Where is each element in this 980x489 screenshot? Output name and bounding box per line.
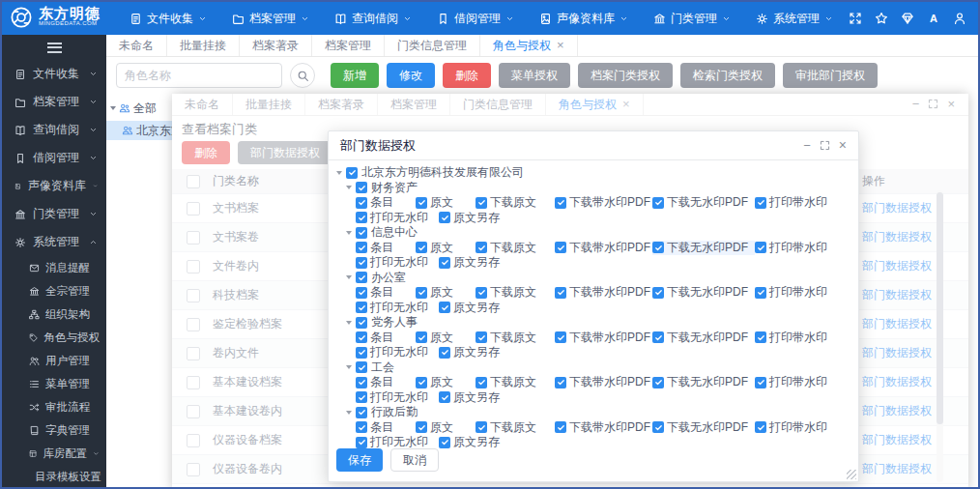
permission-item[interactable]: 条目 [356,331,416,346]
permission-item[interactable]: 下载原文 [476,195,555,211]
top-menu-item-6[interactable]: 系统管理 [756,11,833,27]
checkbox-checked-icon[interactable] [652,377,664,388]
dept-node-3[interactable]: 党务人事 [346,315,850,331]
checkbox-checked-icon[interactable] [356,361,367,373]
permission-item[interactable]: 条目 [356,420,416,436]
permission-item[interactable]: 条目 [356,195,416,211]
permission-item[interactable]: 下载原文 [476,241,555,256]
checkbox-checked-icon[interactable] [356,287,367,299]
checkbox-checked-icon[interactable] [356,377,367,388]
tree-node-all[interactable]: 全部 [106,99,172,118]
minimize-icon[interactable]: − [803,140,811,151]
toolbar-button-4[interactable]: 档案门类授权 [578,63,673,88]
sidebar-subitem-4[interactable]: 用户管理 [2,349,106,372]
dept-node-0[interactable]: 财务资产 [346,181,850,196]
checkbox-checked-icon[interactable] [416,331,427,343]
checkbox-checked-icon[interactable] [439,302,450,313]
checkbox-checked-icon[interactable] [356,272,367,283]
permission-item[interactable]: 打印带水印 [755,285,838,301]
top-menu-item-1[interactable]: 档案管理 [232,11,309,27]
permission-item[interactable]: 打印无水印 [356,255,439,271]
checkbox-checked-icon[interactable] [439,391,450,403]
toolbar-button-3[interactable]: 菜单授权 [499,63,570,88]
sidebar-subitem-9[interactable]: 目录模板设置 [2,465,106,488]
permission-item[interactable]: 下载带水印PDF [555,241,652,256]
menu-toggle-icon[interactable] [2,35,106,60]
caret-down-icon[interactable] [110,106,116,110]
sidebar-subitem-8[interactable]: 库房配置 [2,442,106,465]
permission-item[interactable]: 原文另存 [439,301,500,316]
sidebar-item-5[interactable]: 门类管理 [2,200,106,228]
permission-item[interactable]: 打印无水印 [356,345,439,360]
tree-node-company[interactable]: 北京东方明德科技发展有限公司 [106,121,172,140]
dept-node-2[interactable]: 办公室 [346,271,850,286]
top-menu-item-2[interactable]: 查询借阅 [334,11,412,27]
dept-node-1[interactable]: 信息中心 [346,225,850,241]
permission-item[interactable]: 下载原文 [476,420,555,436]
checkbox-checked-icon[interactable] [356,182,367,193]
permission-item[interactable]: 下载带水印PDF [555,285,652,301]
top-menu-item-0[interactable]: 文件收集 [130,11,207,27]
maximize-icon[interactable] [820,140,830,151]
role-name-input[interactable] [116,63,282,88]
permission-item[interactable]: 下载原文 [476,285,555,301]
permission-item[interactable]: 打印带水印 [755,331,838,346]
top-menu-item-3[interactable]: 借阅管理 [437,11,514,27]
checkbox-checked-icon[interactable] [755,421,766,433]
permission-item[interactable]: 下载原文 [476,375,555,390]
sidebar-subitem-6[interactable]: 审批流程 [2,395,106,418]
permission-item[interactable]: 打印带水印 [755,375,838,390]
checkbox-checked-icon[interactable] [439,257,450,269]
close-icon[interactable]: × [839,140,847,151]
permission-item[interactable]: 条目 [356,241,416,256]
permission-item[interactable]: 下载无水印PDF [652,285,755,301]
checkbox-checked-icon[interactable] [356,257,367,269]
gem-icon[interactable] [901,12,914,25]
permission-item[interactable]: 原文 [416,285,476,301]
user-icon[interactable] [953,12,966,25]
permission-item[interactable]: 打印无水印 [356,211,439,226]
toolbar-button-6[interactable]: 审批部门授权 [783,63,878,88]
tab-1[interactable]: 批量挂接 [167,35,240,56]
checkbox-checked-icon[interactable] [416,377,427,388]
permission-item[interactable]: 下载原文 [476,331,555,346]
permission-item[interactable]: 条目 [356,375,416,390]
checkbox-checked-icon[interactable] [356,407,367,418]
sidebar-subitem-3[interactable]: 角色与授权 [2,326,106,349]
checkbox-checked-icon[interactable] [755,197,766,209]
checkbox-checked-icon[interactable] [652,421,664,433]
caret-down-icon[interactable] [346,411,352,415]
checkbox-checked-icon[interactable] [416,421,427,433]
search-button[interactable] [290,63,315,88]
dept-node-4[interactable]: 工会 [346,360,850,376]
permission-item[interactable]: 原文另存 [439,255,500,271]
checkbox-checked-icon[interactable] [555,197,566,209]
permission-item[interactable]: 下载无水印PDF [652,195,755,211]
checkbox-checked-icon[interactable] [555,287,566,299]
close-tab-icon[interactable]: × [557,41,564,50]
permission-item[interactable]: 原文另存 [439,211,500,226]
font-size-icon[interactable]: A [927,12,940,25]
checkbox-checked-icon[interactable] [356,242,367,253]
checkbox-checked-icon[interactable] [476,242,487,253]
sidebar-subitem-2[interactable]: 组织架构 [2,302,106,326]
checkbox-checked-icon[interactable] [755,287,766,299]
caret-down-icon[interactable] [346,186,352,189]
permission-item[interactable]: 打印带水印 [755,420,838,436]
checkbox-checked-icon[interactable] [652,331,664,343]
permission-item[interactable]: 原文另存 [439,435,500,450]
permission-item[interactable]: 下载无水印PDF [652,420,755,436]
sidebar-item-3[interactable]: 借阅管理 [2,144,106,172]
permission-item[interactable]: 下载带水印PDF [555,420,652,436]
caret-down-icon[interactable] [346,365,352,369]
checkbox-checked-icon[interactable] [416,242,427,253]
tab-3[interactable]: 档案管理 [312,35,385,56]
dept-node-5[interactable]: 行政后勤 [346,405,850,420]
save-button[interactable]: 保存 [336,448,383,472]
checkbox-checked-icon[interactable] [476,331,487,343]
top-menu-item-4[interactable]: 声像资料库 [539,11,628,27]
permission-item[interactable]: 下载无水印PDF [652,375,755,390]
checkbox-checked-icon[interactable] [356,391,367,403]
permission-item[interactable]: 下载带水印PDF [555,331,652,346]
sidebar-item-1[interactable]: 档案管理 [2,88,106,116]
